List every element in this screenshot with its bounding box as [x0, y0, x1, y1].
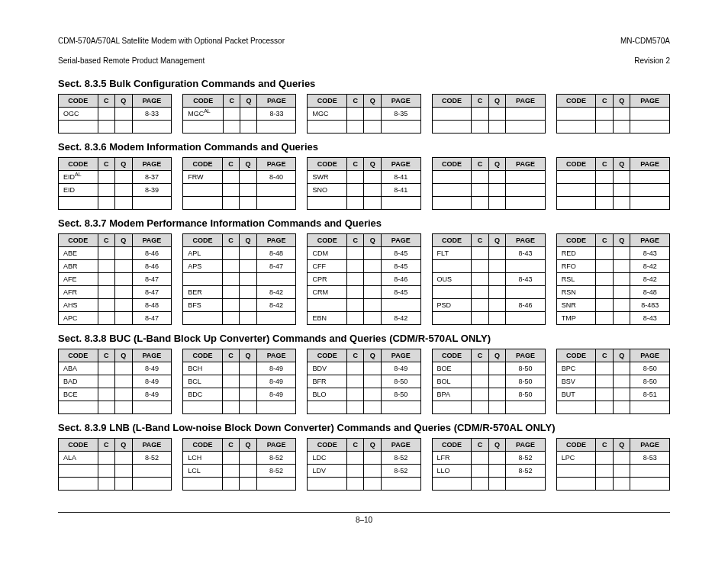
- cell-page: 8-49: [132, 375, 172, 388]
- cell-q: [115, 286, 132, 299]
- table-row: BFR8-50: [308, 375, 420, 388]
- table-row: [59, 121, 172, 134]
- cell-q: [115, 299, 132, 312]
- cell-page: 8-46: [132, 260, 172, 273]
- table-row: [432, 286, 545, 299]
- cell-c: [347, 247, 364, 260]
- command-table: CODECQPAGECDM8-45CFF8-45CPR8-46CRM8-45 E…: [307, 233, 420, 325]
- cell-c: [98, 197, 114, 210]
- table-row: LCH8-52: [183, 452, 296, 465]
- cell-q: [364, 388, 381, 401]
- cell-code: CDM: [308, 247, 347, 260]
- cell-c: [222, 312, 239, 325]
- col-header-code: CODE: [183, 95, 224, 108]
- col-header-c: C: [472, 349, 488, 362]
- cell-code: MGC: [308, 108, 347, 121]
- cell-code: [183, 197, 223, 210]
- table-row: [59, 478, 172, 491]
- table-row: ABR8-46: [59, 260, 172, 273]
- cell-code: TMP: [556, 312, 596, 325]
- command-table: CODECQPAGEFLT8-43 OUS8-43 PSD8-46: [432, 233, 546, 325]
- table-row: SWR8-41: [308, 171, 420, 184]
- cell-page: 8-46: [381, 273, 420, 286]
- header-right-line2: Revision 2: [634, 56, 670, 65]
- cell-page: 8-50: [506, 362, 546, 375]
- cell-c: [224, 108, 240, 121]
- cell-code: [432, 401, 472, 414]
- cell-c: [596, 401, 613, 414]
- cell-code: BCE: [59, 388, 98, 401]
- col-header-q: Q: [613, 349, 630, 362]
- cell-page: [506, 197, 546, 210]
- col-header-q: Q: [488, 234, 505, 247]
- col-header-page: PAGE: [506, 234, 546, 247]
- cell-code: [59, 197, 98, 210]
- cell-code: [432, 197, 472, 210]
- table-row: [183, 478, 296, 491]
- col-header-code: CODE: [308, 158, 347, 171]
- col-header-q: Q: [115, 234, 132, 247]
- col-header-q: Q: [240, 95, 257, 108]
- cell-code: [183, 312, 223, 325]
- cell-page: 8-46: [132, 247, 172, 260]
- cell-q: [613, 362, 630, 375]
- cell-code: [308, 121, 347, 134]
- table-row: SNO8-41: [308, 184, 420, 197]
- cell-code: RSN: [556, 286, 596, 299]
- cell-page: 8-50: [630, 375, 670, 388]
- header-right-line1: MN-CDM570A: [620, 37, 670, 45]
- cell-q: [115, 197, 132, 210]
- col-header-page: PAGE: [132, 158, 172, 171]
- cell-page: 8-45: [381, 247, 420, 260]
- cell-code: [556, 184, 596, 197]
- col-header-q: Q: [240, 349, 256, 362]
- cell-page: 8-37: [132, 171, 172, 184]
- cell-page: 8-48: [256, 247, 296, 260]
- table-row: [432, 121, 545, 134]
- table-row: RSN8-48: [556, 286, 669, 299]
- table-row: BCH8-49: [183, 362, 296, 375]
- cell-c: [472, 121, 488, 134]
- cell-q: [364, 108, 381, 121]
- cell-q: [240, 465, 256, 478]
- cell-page: 8-50: [506, 375, 546, 388]
- cell-code: [432, 108, 472, 121]
- table-row: BDC8-49: [183, 388, 296, 401]
- table-row: OGC8-33: [59, 108, 172, 121]
- cell-c: [596, 171, 613, 184]
- table-row: [556, 184, 669, 197]
- cell-q: [488, 312, 505, 325]
- table-row: BUT8-51: [556, 388, 669, 401]
- table-row: [308, 299, 420, 312]
- table-row: LPC8-53: [556, 452, 669, 465]
- cell-page: 8-49: [256, 375, 296, 388]
- table-row: CFF8-45: [308, 260, 420, 273]
- cell-c: [472, 286, 488, 299]
- col-header-q: Q: [115, 158, 132, 171]
- cell-q: [364, 273, 381, 286]
- table-row: ABE8-46: [59, 247, 172, 260]
- cell-q: [613, 401, 630, 414]
- cell-q: [364, 478, 381, 491]
- table-row: [308, 197, 420, 210]
- cell-c: [98, 171, 114, 184]
- cell-c: [222, 273, 239, 286]
- command-table: CODECQPAGELPC8-53: [556, 438, 670, 491]
- cell-page: [506, 478, 546, 491]
- col-header-code: CODE: [556, 158, 596, 171]
- cell-page: 8-42: [256, 299, 296, 312]
- col-header-c: C: [224, 95, 240, 108]
- cell-code: [432, 171, 472, 184]
- cell-q: [613, 452, 630, 465]
- command-table: CODECQPAGE: [432, 157, 546, 210]
- cell-page: 8-50: [381, 388, 420, 401]
- col-header-code: CODE: [183, 439, 223, 452]
- cell-code: SNR: [556, 299, 596, 312]
- command-table: CODECQPAGELDC8-52LDV8-52: [307, 438, 420, 491]
- table-row: RSL8-42: [556, 273, 669, 286]
- cell-q: [488, 452, 505, 465]
- col-header-c: C: [222, 439, 239, 452]
- cell-page: 8-49: [381, 362, 420, 375]
- cell-code: [308, 197, 347, 210]
- cell-q: [240, 121, 257, 134]
